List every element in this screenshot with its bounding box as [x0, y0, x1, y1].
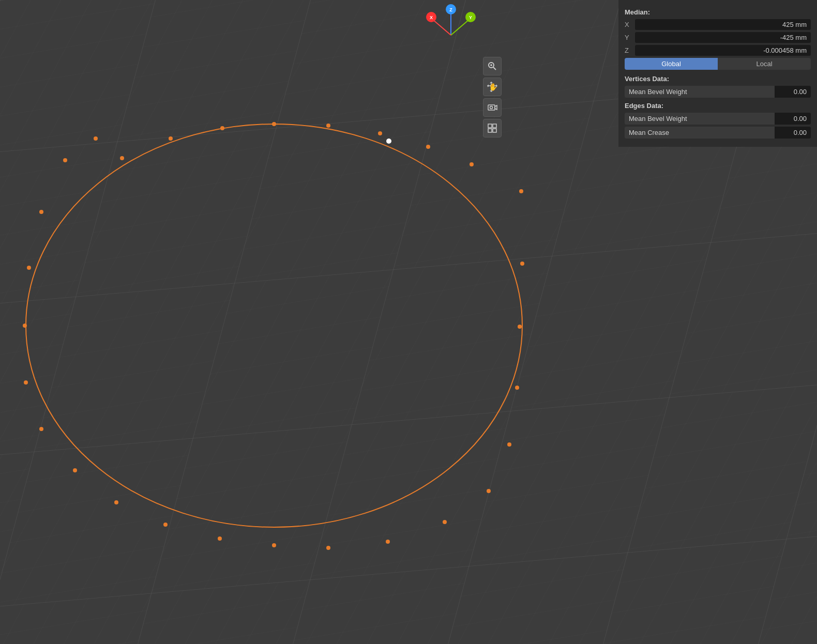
global-space-button[interactable]: Global: [625, 58, 718, 70]
svg-rect-54: [493, 129, 496, 132]
camera-tool-button[interactable]: [483, 98, 502, 117]
svg-text:Y: Y: [469, 15, 472, 20]
svg-text:X: X: [430, 15, 433, 20]
navigation-gizmo[interactable]: Z Y X: [420, 4, 482, 64]
svg-marker-49: [495, 105, 497, 110]
svg-line-43: [493, 67, 496, 70]
z-label: Z: [625, 47, 635, 54]
svg-text:Z: Z: [449, 7, 452, 12]
tool-sidebar: ✋: [483, 57, 502, 137]
vertices-data-title: Vertices Data:: [625, 75, 811, 83]
mean-bevel-weight-vertices-row: Mean Bevel Weight 0.00: [625, 86, 811, 98]
y-label: Y: [625, 34, 635, 41]
mean-bevel-weight-edges-label: Mean Bevel Weight: [625, 113, 775, 125]
x-label: X: [625, 21, 635, 28]
mean-crease-value[interactable]: 0.00: [775, 127, 811, 139]
median-section-title: Median:: [625, 8, 811, 16]
z-coord-row: Z -0.000458 mm: [625, 45, 811, 56]
local-space-button[interactable]: Local: [718, 58, 811, 70]
zoom-tool-button[interactable]: [483, 57, 502, 75]
svg-line-35: [433, 20, 451, 35]
svg-rect-52: [493, 124, 496, 128]
svg-rect-51: [488, 124, 492, 128]
grid-tool-button[interactable]: [483, 119, 502, 137]
svg-text:✋: ✋: [489, 83, 497, 91]
mean-bevel-weight-edges-value[interactable]: 0.00: [775, 113, 811, 125]
mean-bevel-weight-edges-row: Mean Bevel Weight 0.00: [625, 113, 811, 125]
properties-panel: Median: X 425 mm Y -425 mm Z -0.000458 m…: [618, 0, 817, 147]
svg-rect-53: [488, 129, 492, 132]
y-coord-row: Y -425 mm: [625, 32, 811, 43]
mean-bevel-weight-vertices-value[interactable]: 0.00: [775, 86, 811, 98]
mean-crease-row: Mean Crease 0.00: [625, 127, 811, 139]
z-value[interactable]: -0.000458 mm: [635, 45, 811, 56]
pan-tool-button[interactable]: ✋: [483, 78, 502, 96]
mean-crease-label: Mean Crease: [625, 127, 775, 139]
edges-data-title: Edges Data:: [625, 102, 811, 110]
svg-line-34: [451, 20, 469, 35]
coordinate-space-toggle[interactable]: Global Local: [625, 58, 811, 70]
svg-rect-48: [488, 105, 495, 110]
x-value[interactable]: 425 mm: [635, 19, 811, 30]
x-coord-row: X 425 mm: [625, 19, 811, 30]
y-value[interactable]: -425 mm: [635, 32, 811, 43]
mean-bevel-weight-vertices-label: Mean Bevel Weight: [625, 86, 775, 98]
svg-point-50: [490, 106, 493, 109]
